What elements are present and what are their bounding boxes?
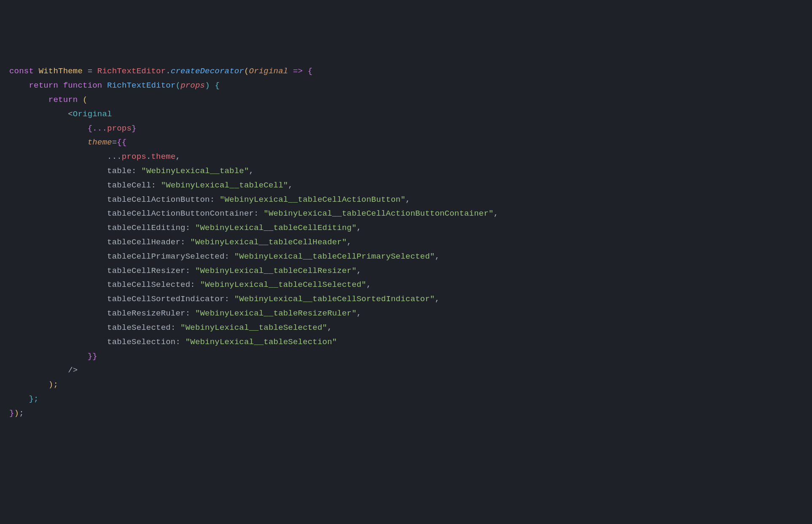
code-line: tableSelected: "WebinyLexical__tableSele… (9, 323, 332, 332)
code-line: theme={{ (9, 138, 126, 147)
theme-prop-key: tableCellHeader (107, 238, 180, 247)
prop-props: props (122, 152, 146, 161)
ident-richtexteditor: RichTextEditor (97, 67, 166, 76)
theme-prop-value: "WebinyLexical__tableCellHeader" (190, 238, 347, 247)
keyword-return: return (48, 95, 78, 104)
code-line: tableCellActionButton: "WebinyLexical__t… (9, 195, 410, 204)
jsx-component-original: Original (73, 110, 112, 119)
theme-prop-value: "WebinyLexical__tableCellSelected" (200, 280, 366, 289)
keyword-return: return (29, 81, 58, 90)
theme-prop-key: tableCellActionButtonContainer (107, 209, 254, 218)
code-editor-viewport[interactable]: const WithTheme = RichTextEditor.createD… (9, 64, 803, 420)
code-line: }} (9, 352, 97, 361)
code-line: <Original (9, 110, 112, 119)
jsx-selfclose: /> (68, 366, 78, 375)
code-line: /> (9, 366, 78, 375)
code-line: tableSelection: "WebinyLexical__tableSel… (9, 337, 337, 347)
theme-prop-key: table (107, 166, 132, 176)
param-props: props (180, 81, 205, 90)
theme-prop-key: tableCellActionButton (107, 195, 210, 204)
keyword-const: const (9, 67, 34, 76)
code-line: tableCell: "WebinyLexical__tableCell", (9, 181, 293, 190)
theme-prop-value: "WebinyLexical__tableCellSortedIndicator… (234, 294, 435, 304)
theme-prop-key: tableCell (107, 181, 151, 190)
code-line: tableCellHeader: "WebinyLexical__tableCe… (9, 238, 352, 247)
code-line: tableCellSortedIndicator: "WebinyLexical… (9, 294, 440, 304)
code-line: tableCellSelected: "WebinyLexical__table… (9, 280, 371, 289)
code-line: tableCellActionButtonContainer: "WebinyL… (9, 209, 498, 218)
code-line: tableCellEditing: "WebinyLexical__tableC… (9, 223, 361, 233)
theme-prop-key: tableCellEditing (107, 223, 186, 233)
theme-prop-value: "WebinyLexical__tableCellActionButtonCon… (263, 209, 493, 218)
prop-theme: theme (151, 152, 175, 161)
theme-prop-key: tableSelected (107, 323, 171, 332)
code-line: return ( (9, 95, 88, 104)
code-line: tableResizeRuler: "WebinyLexical__tableR… (9, 309, 361, 318)
theme-prop-value: "WebinyLexical__tableSelected" (180, 323, 327, 332)
theme-prop-value: "WebinyLexical__tableCell" (161, 181, 288, 190)
prop-props: props (107, 124, 132, 133)
theme-prop-key: tableResizeRuler (107, 309, 186, 318)
theme-prop-key: tableSelection (107, 337, 175, 347)
theme-prop-value: "WebinyLexical__tableCellActionButton" (220, 195, 406, 204)
theme-prop-key: tableCellSelected (107, 280, 190, 289)
theme-prop-value: "WebinyLexical__tableSelection" (186, 337, 337, 347)
code-line: tableCellPrimarySelected: "WebinyLexical… (9, 252, 440, 261)
code-line: }; (9, 394, 39, 404)
fn-createdecorator: createDecorator (171, 67, 244, 76)
code-line: ...props.theme, (9, 152, 180, 161)
attr-theme: theme (88, 138, 112, 147)
theme-prop-key: tableCellPrimarySelected (107, 252, 224, 261)
code-line: ); (9, 380, 58, 389)
theme-prop-value: "WebinyLexical__tableCellEditing" (195, 223, 357, 233)
theme-prop-value: "WebinyLexical__table" (141, 166, 249, 176)
theme-prop-value: "WebinyLexical__tableCellResizer" (195, 266, 357, 275)
code-line: tableCellResizer: "WebinyLexical__tableC… (9, 266, 361, 275)
theme-prop-value: "WebinyLexical__tableCellPrimarySelected… (234, 252, 435, 261)
code-line: table: "WebinyLexical__table", (9, 166, 254, 176)
keyword-function: function (63, 81, 102, 90)
code-line: {...props} (9, 124, 137, 133)
fn-richtexteditor: RichTextEditor (107, 81, 175, 90)
theme-prop-value: "WebinyLexical__tableResizeRuler" (195, 309, 357, 318)
theme-prop-key: tableCellResizer (107, 266, 186, 275)
theme-prop-key: tableCellSortedIndicator (107, 294, 224, 304)
var-withtheme: WithTheme (39, 67, 83, 76)
code-line: const WithTheme = RichTextEditor.createD… (9, 67, 312, 76)
code-line: return function RichTextEditor(props) { (9, 81, 220, 90)
param-original: Original (249, 67, 288, 76)
code-line: }); (9, 409, 24, 418)
